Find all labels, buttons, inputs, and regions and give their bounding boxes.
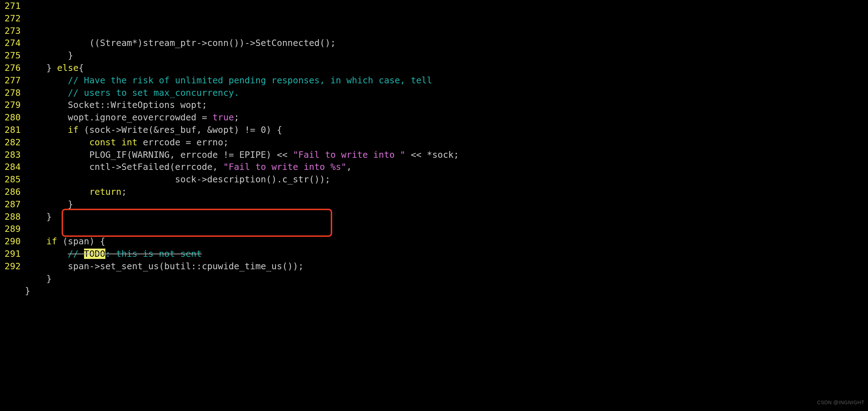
line-number: 285 <box>0 173 21 186</box>
code-line[interactable]: // Have the risk of unlimited pending re… <box>25 74 868 87</box>
code-token <box>116 137 121 147</box>
code-token: "Fail to write into %s" <box>223 162 346 172</box>
code-token: errcode = errno; <box>137 137 229 147</box>
code-line[interactable]: } <box>25 211 868 223</box>
code-line[interactable]: // TODO: this is not sent <box>25 248 868 260</box>
line-number: 271 <box>0 0 21 12</box>
code-token: // users to set max_concurrency. <box>68 88 239 98</box>
code-token: cntl->SetFailed(errcode, <box>89 162 223 172</box>
line-number: 286 <box>0 186 21 198</box>
code-line[interactable]: if (sock->Write(&res_buf, &wopt) != 0) { <box>25 124 868 136</box>
code-line[interactable] <box>25 297 868 310</box>
code-token: // <box>68 249 84 259</box>
code-editor: 2712722732742752762772782792802812822832… <box>0 0 868 411</box>
code-line[interactable] <box>25 223 868 235</box>
code-token: const <box>89 137 116 147</box>
code-token: TODO <box>84 249 105 259</box>
code-line[interactable]: sock->description().c_str()); <box>25 173 868 186</box>
line-number: 283 <box>0 149 21 161</box>
line-number: 278 <box>0 87 21 99</box>
code-line[interactable]: if (span) { <box>25 235 868 248</box>
code-token: << *sock; <box>406 150 459 160</box>
line-number: 273 <box>0 25 21 37</box>
code-token: "Fail to write into " <box>293 150 406 160</box>
code-line[interactable]: // users to set max_concurrency. <box>25 87 868 99</box>
code-token: int <box>121 137 137 147</box>
line-number-gutter: 2712722732742752762772782792802812822832… <box>0 0 25 411</box>
code-token: } <box>46 274 52 284</box>
code-token: true <box>213 112 234 123</box>
code-token: PLOG_IF(WARNING, errcode != EPIPE) << <box>89 150 293 160</box>
code-token: wopt.ignore_eovercrowded = <box>68 112 212 123</box>
line-number: 279 <box>0 99 21 111</box>
code-token: span->set_sent_us(butil::cpuwide_time_us… <box>68 261 303 271</box>
line-number: 290 <box>0 235 21 248</box>
code-token: (span) { <box>57 236 105 246</box>
code-token: , <box>346 162 352 172</box>
line-number: 274 <box>0 37 21 50</box>
line-number: 284 <box>0 161 21 173</box>
code-token: } <box>46 212 52 222</box>
code-line[interactable]: return; <box>25 186 868 198</box>
line-number: 275 <box>0 50 21 62</box>
line-number: 281 <box>0 124 21 136</box>
code-token: } <box>46 63 57 73</box>
code-line[interactable]: const int errcode = errno; <box>25 136 868 149</box>
code-line[interactable]: } <box>25 273 868 285</box>
code-token: ; <box>234 112 239 123</box>
line-number: 280 <box>0 111 21 124</box>
code-token: { <box>79 63 84 73</box>
code-line[interactable]: ((Stream*)stream_ptr->conn())->SetConnec… <box>25 37 868 50</box>
line-number: 287 <box>0 198 21 211</box>
line-number: 276 <box>0 62 21 74</box>
line-number: 272 <box>0 12 21 25</box>
code-line[interactable]: } else{ <box>25 62 868 74</box>
code-line[interactable]: cntl->SetFailed(errcode, "Fail to write … <box>25 161 868 173</box>
code-area[interactable]: ((Stream*)stream_ptr->conn())->SetConnec… <box>25 0 868 411</box>
code-token: return <box>89 187 121 197</box>
code-token: (sock->Write(&res_buf, &wopt) != 0) { <box>79 125 282 135</box>
code-line[interactable]: PLOG_IF(WARNING, errcode != EPIPE) << "F… <box>25 149 868 161</box>
code-token: ((Stream*)stream_ptr->conn())->SetConnec… <box>89 38 336 48</box>
watermark: CSDN @INGNIGHT <box>817 396 864 409</box>
code-token: sock->description().c_str()); <box>175 174 330 184</box>
line-number: 292 <box>0 260 21 273</box>
code-token: else <box>57 63 78 73</box>
code-token: } <box>68 50 73 61</box>
line-number: 289 <box>0 223 21 235</box>
code-line[interactable]: wopt.ignore_eovercrowded = true; <box>25 111 868 124</box>
code-token: if <box>46 236 57 246</box>
code-token: ; <box>121 187 127 197</box>
line-number: 277 <box>0 74 21 87</box>
code-token: if <box>68 125 78 135</box>
code-token: : this is not sent <box>105 249 202 259</box>
code-line[interactable]: Socket::WriteOptions wopt; <box>25 99 868 111</box>
line-number: 288 <box>0 211 21 223</box>
code-line[interactable]: } <box>25 198 868 211</box>
code-line[interactable]: } <box>25 285 868 297</box>
code-line[interactable]: } <box>25 50 868 62</box>
code-line[interactable]: span->set_sent_us(butil::cpuwide_time_us… <box>25 260 868 273</box>
line-number: 291 <box>0 248 21 260</box>
code-token: Socket::WriteOptions wopt; <box>68 100 207 110</box>
line-number: 282 <box>0 136 21 149</box>
code-token: } <box>25 286 30 296</box>
code-token: // Have the risk of unlimited pending re… <box>68 75 432 85</box>
code-token: } <box>68 199 73 209</box>
